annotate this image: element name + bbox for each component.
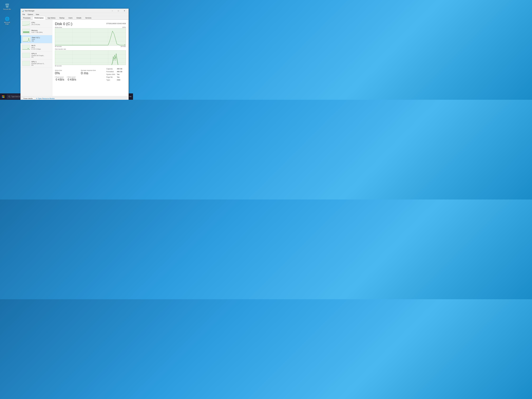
active-time-stat-value: 0% [55, 71, 78, 75]
disk0-val: 0% [32, 40, 51, 42]
memory-name: Memory [32, 29, 51, 32]
open-resource-monitor-link[interactable]: ⟳ Open Resource Monitor [36, 98, 55, 100]
fewer-details-button[interactable]: Fewer details [22, 97, 34, 100]
svg-rect-5 [22, 53, 30, 58]
edge-image: 🌐 [5, 16, 10, 21]
system-disk-value: Yes [117, 74, 126, 76]
disk0-sub: HDD [32, 39, 51, 40]
speed-row: Read speed 0 KB/s Write speed 0 KB/s [55, 76, 104, 81]
resource-monitor-icon: ⟳ [36, 98, 37, 100]
window-controls: – □ ✕ [109, 9, 127, 13]
avg-response-value: 0 ms [81, 71, 104, 75]
gpu0-sub: Intel(R) HD Graphi... [32, 55, 51, 56]
right-stats: Capacity: 466 GB Formatted: 466 GB Syste… [106, 68, 126, 81]
disk-mini-chart [23, 37, 31, 42]
sidebar-item-gpu0[interactable]: GPU 0 Intel(R) HD Graphi... 0% [21, 51, 52, 59]
capacity-value: 466 GB [117, 68, 126, 70]
chart2-time-label: 60 seconds [55, 65, 126, 67]
svg-rect-24 [3, 95, 4, 96]
svg-rect-4 [22, 45, 30, 50]
avg-response-stat: Average response time 0 ms [81, 70, 104, 75]
svg-rect-2 [23, 32, 29, 33]
left-stats: Active time 0% Average response time 0 m… [55, 68, 104, 81]
tab-users[interactable]: Users [66, 16, 74, 20]
edge-icon[interactable]: 🌐 Microsoft Edge [2, 16, 12, 25]
svg-line-28 [10, 97, 10, 97]
gpu0-name: GPU 0 [32, 53, 51, 55]
panel-title: Disk 0 (C:) [55, 22, 72, 26]
transfer-rate-chart: 0 [55, 51, 126, 65]
page-file-label: Page file: [106, 76, 115, 78]
active-time-container: Active time 100% [55, 26, 126, 47]
panel-model: ST500LM000-SSHD-8GB [106, 23, 126, 25]
tab-app-history[interactable]: App history [45, 16, 57, 20]
sidebar: CPU 2% 0.78 GHz Memory 3.0/7.7 GB (39 [21, 20, 52, 96]
edge-label: Microsoft Edge [3, 22, 11, 25]
start-button[interactable] [0, 93, 6, 100]
type-label: Type: [106, 79, 115, 81]
sidebar-item-wifi[interactable]: Wi-Fi Wi-Fi S: 0 R: 0 Kbps [21, 43, 52, 51]
cpu-mini-chart [22, 21, 30, 26]
recycle-bin-image: 🗑️ [5, 3, 10, 8]
write-speed-label: Write speed [67, 76, 76, 78]
disk0-info: Disk 0 (C:) HDD 0% [32, 37, 51, 42]
capacity-label: Capacity: [106, 68, 115, 70]
transfer-rate-label-row: Disk transfer rate [55, 48, 126, 50]
active-time-chart: 0 [55, 28, 126, 45]
menu-options[interactable]: Options [26, 13, 34, 16]
panel-title-block: Disk 0 (C:) [55, 22, 72, 26]
active-time-label-row: Active time 100% [55, 26, 126, 28]
tab-services[interactable]: Services [83, 16, 93, 20]
tab-performance[interactable]: Performance [32, 16, 45, 20]
tab-processes[interactable]: Processes [21, 16, 32, 20]
task-manager-window: 📊 Task Manager – □ ✕ File Options View P… [20, 9, 129, 100]
desktop: 🗑️ Recycle Bin 🌐 Microsoft Edge 📊 Task M… [0, 0, 133, 100]
maximize-button[interactable]: □ [115, 9, 121, 13]
close-button[interactable]: ✕ [121, 9, 127, 13]
tab-startup[interactable]: Startup [57, 16, 66, 20]
cpu-name: CPU [32, 22, 51, 24]
menu-view[interactable]: View [34, 13, 40, 16]
sidebar-item-disk0[interactable]: Disk 0 (C:) HDD 0% [21, 35, 52, 43]
sidebar-item-gpu1[interactable]: GPU 1 NVIDIA GeForce G... 0% [21, 59, 52, 67]
recycle-bin-icon[interactable]: 🗑️ Recycle Bin [2, 2, 12, 11]
type-value: HDD [117, 79, 126, 81]
read-speed-block: Read speed 0 KB/s [55, 76, 64, 81]
svg-point-27 [9, 96, 10, 97]
gpu1-sub: NVIDIA GeForce G... [32, 63, 51, 64]
wifi-mini-chart [22, 45, 30, 50]
tabs: Processes Performance App history Startu… [21, 16, 128, 20]
active-time-row: Active time 0% Average response time 0 m… [55, 70, 104, 75]
formatted-label: Formatted: [106, 71, 115, 73]
gpu0-val: 0% [32, 56, 51, 58]
svg-text:0: 0 [124, 44, 125, 45]
open-resource-monitor-label: Open Resource Monitor [38, 98, 55, 100]
write-speed-value: 0 KB/s [67, 78, 76, 81]
window-title: Task Manager [25, 10, 109, 12]
sidebar-item-cpu[interactable]: CPU 2% 0.78 GHz [21, 20, 52, 27]
avg-response-label: Average response time [81, 70, 104, 71]
minimize-button[interactable]: – [109, 9, 115, 13]
active-time-max: 100% [122, 26, 126, 28]
read-speed-label: Read speed [55, 76, 64, 78]
memory-mini-chart [22, 29, 30, 34]
sidebar-item-memory[interactable]: Memory 3.0/7.7 GB (39%) [21, 27, 52, 35]
memory-info: Memory 3.0/7.7 GB (39%) [32, 29, 51, 33]
system-disk-label: System disk: [106, 74, 115, 76]
read-speed-value: 0 KB/s [55, 78, 64, 81]
formatted-value: 466 GB [117, 71, 126, 73]
svg-rect-25 [2, 97, 3, 98]
transfer-rate-label: Disk transfer rate [55, 48, 66, 50]
svg-rect-1 [22, 29, 30, 34]
active-time-label: Active time [55, 26, 62, 28]
menu-file[interactable]: File [21, 13, 26, 16]
svg-rect-26 [3, 97, 4, 98]
wifi-sub: Wi-Fi [32, 47, 51, 48]
chart1-time-label: 60 seconds 100 KB/s [55, 46, 126, 47]
cpu-sub: 2% 0.78 GHz [32, 24, 51, 25]
tab-details[interactable]: Details [75, 16, 83, 20]
svg-rect-6 [22, 61, 30, 66]
titlebar-icon: 📊 [22, 10, 24, 12]
gpu1-val: 0% [32, 64, 51, 66]
titlebar: 📊 Task Manager – □ ✕ [21, 9, 128, 13]
